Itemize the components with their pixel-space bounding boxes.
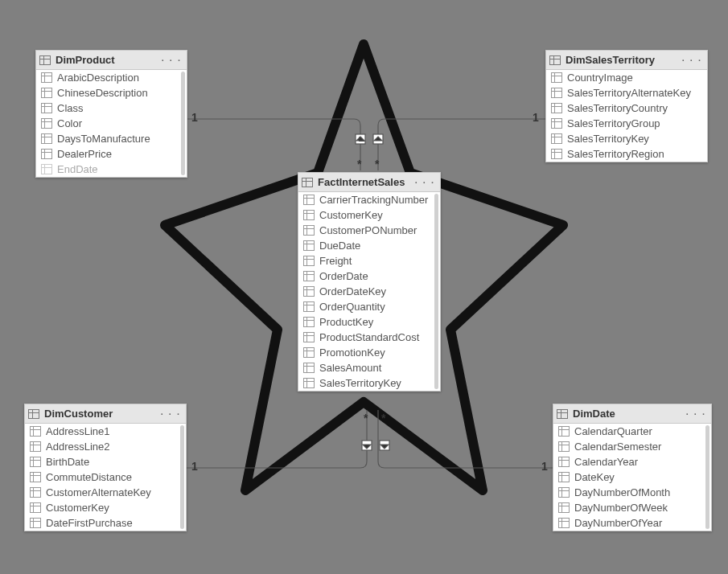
- table-icon: [557, 409, 568, 419]
- table-title: DimCustomer: [44, 408, 113, 420]
- field-label: CustomerKey: [319, 209, 383, 221]
- table-factinternetsales[interactable]: FactInternetSales · · · CarrierTrackingN…: [298, 172, 441, 392]
- column-icon: [303, 363, 315, 373]
- scrollbar[interactable]: [180, 425, 184, 529]
- table-header[interactable]: FactInternetSales · · ·: [298, 173, 440, 192]
- field-row[interactable]: DaysToManufacture: [36, 131, 180, 146]
- field-row[interactable]: ProductKey: [298, 314, 434, 330]
- field-label: ChineseDescription: [57, 87, 148, 99]
- field-row[interactable]: CalendarSemester: [553, 439, 705, 454]
- field-row[interactable]: SalesTerritoryGroup: [546, 116, 701, 131]
- field-row[interactable]: CommuteDistance: [25, 469, 179, 485]
- column-icon: [303, 271, 315, 281]
- field-label: BirthDate: [46, 456, 89, 468]
- field-row[interactable]: ProductStandardCost: [298, 330, 434, 345]
- field-row[interactable]: PromotionKey: [298, 345, 434, 360]
- field-label: CalendarSemester: [574, 441, 661, 453]
- field-row[interactable]: OrderDateKey: [298, 284, 434, 299]
- field-row[interactable]: SalesTerritoryKey: [298, 375, 434, 391]
- more-icon[interactable]: · · ·: [162, 55, 182, 65]
- column-icon: [41, 164, 52, 174]
- field-row[interactable]: DateKey: [553, 469, 705, 485]
- more-icon[interactable]: · · ·: [686, 409, 706, 419]
- column-icon: [41, 133, 52, 144]
- column-icon: [303, 332, 315, 342]
- scrollbar[interactable]: [705, 425, 709, 529]
- field-row[interactable]: Color: [36, 116, 180, 131]
- field-row[interactable]: DateFirstPurchase: [25, 515, 179, 531]
- model-diagram-canvas[interactable]: 1 1 1 1 * * * * DimProduct · · · ArabicD…: [0, 0, 728, 574]
- table-header[interactable]: DimDate · · ·: [553, 404, 711, 424]
- field-row[interactable]: ArabicDescription: [36, 70, 180, 85]
- column-icon: [303, 225, 315, 236]
- svg-rect-2: [373, 134, 383, 144]
- column-icon: [303, 195, 315, 205]
- field-row[interactable]: CalendarQuarter: [553, 424, 705, 439]
- field-row[interactable]: SalesTerritoryAlternateKey: [546, 85, 701, 100]
- relation-date-to-fact: [378, 410, 553, 468]
- column-icon: [551, 118, 562, 129]
- field-row[interactable]: CustomerKey: [25, 500, 179, 515]
- field-row[interactable]: CustomerPONumber: [298, 223, 434, 238]
- column-icon: [551, 149, 562, 159]
- field-row[interactable]: ChineseDescription: [36, 85, 180, 100]
- column-icon: [303, 210, 315, 220]
- table-dimcustomer[interactable]: DimCustomer · · · AddressLine1 AddressLi…: [24, 404, 187, 531]
- column-icon: [558, 487, 570, 498]
- field-label: SalesTerritoryKey: [567, 133, 649, 145]
- field-row[interactable]: Freight: [298, 253, 434, 269]
- field-row[interactable]: DayNumberOfWeek: [553, 500, 705, 515]
- field-row[interactable]: DueDate: [298, 238, 434, 253]
- field-row[interactable]: AddressLine2: [25, 439, 179, 454]
- field-row[interactable]: DealerPrice: [36, 146, 180, 162]
- field-label: ArabicDescription: [57, 72, 139, 84]
- relation-customer-to-fact: [187, 410, 372, 468]
- table-dimsalesterritory[interactable]: DimSalesTerritory · · · CountryImage Sal…: [545, 50, 708, 162]
- table-header[interactable]: DimCustomer · · ·: [25, 404, 186, 424]
- table-icon: [39, 55, 51, 65]
- table-dimdate[interactable]: DimDate · · · CalendarQuarter CalendarSe…: [553, 404, 712, 531]
- field-row[interactable]: SalesTerritoryKey: [546, 131, 701, 146]
- table-header[interactable]: DimSalesTerritory · · ·: [546, 51, 707, 70]
- field-row[interactable]: OrderQuantity: [298, 299, 434, 314]
- field-row[interactable]: CustomerAlternateKey: [25, 485, 179, 500]
- svg-rect-4: [362, 441, 372, 450]
- field-label: Color: [57, 117, 82, 129]
- field-label: SalesTerritoryGroup: [567, 117, 660, 129]
- cardinality-many: *: [375, 158, 379, 170]
- column-icon: [558, 457, 570, 467]
- more-icon[interactable]: · · ·: [161, 409, 181, 419]
- field-label: ProductKey: [319, 316, 373, 328]
- field-label: AddressLine2: [46, 441, 110, 453]
- table-dimproduct[interactable]: DimProduct · · · ArabicDescription Chine…: [35, 50, 187, 178]
- field-row[interactable]: SalesTerritoryCountry: [546, 100, 701, 116]
- field-row[interactable]: CalendarYear: [553, 454, 705, 469]
- field-list: CalendarQuarter CalendarSemester Calenda…: [553, 424, 711, 531]
- column-icon: [303, 256, 315, 266]
- field-row[interactable]: BirthDate: [25, 454, 179, 469]
- field-label: DueDate: [319, 240, 360, 252]
- cardinality-many: *: [357, 158, 361, 170]
- more-icon[interactable]: · · ·: [682, 55, 702, 65]
- table-header[interactable]: DimProduct · · ·: [36, 51, 187, 70]
- field-row[interactable]: DayNumberOfYear: [553, 515, 705, 531]
- field-row[interactable]: EndDate: [36, 162, 180, 177]
- field-list: CountryImage SalesTerritoryAlternateKey …: [546, 70, 707, 162]
- field-row[interactable]: OrderDate: [298, 269, 434, 284]
- scrollbar[interactable]: [434, 194, 438, 389]
- more-icon[interactable]: · · ·: [415, 178, 435, 187]
- field-row[interactable]: SalesTerritoryRegion: [546, 146, 701, 162]
- field-list: AddressLine1 AddressLine2 BirthDate Comm…: [25, 424, 186, 531]
- field-row[interactable]: CountryImage: [546, 70, 701, 85]
- field-row[interactable]: AddressLine1: [25, 424, 179, 439]
- field-row[interactable]: Class: [36, 100, 180, 116]
- field-label: CountryImage: [567, 72, 633, 84]
- field-row[interactable]: DayNumberOfMonth: [553, 485, 705, 500]
- scrollbar[interactable]: [181, 72, 185, 175]
- cardinality-one: 1: [191, 111, 198, 124]
- column-icon: [30, 518, 41, 528]
- field-row[interactable]: CustomerKey: [298, 207, 434, 223]
- column-icon: [30, 502, 41, 513]
- field-row[interactable]: SalesAmount: [298, 360, 434, 375]
- field-row[interactable]: CarrierTrackingNumber: [298, 192, 434, 207]
